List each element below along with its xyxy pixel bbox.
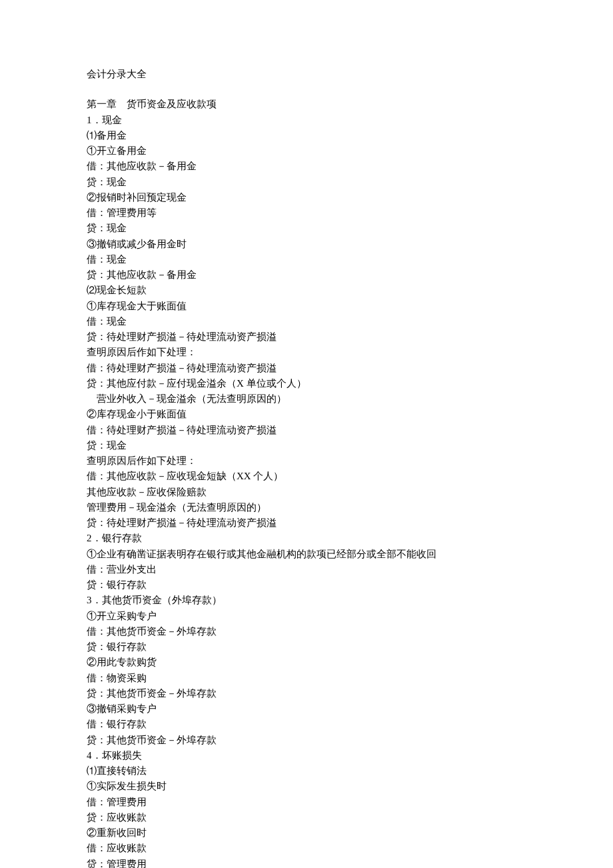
text-line: 贷：待处理财产损溢－待处理流动资产损溢: [87, 329, 526, 345]
text-line: 营业外收入－现金溢余（无法查明原因的）: [87, 391, 526, 407]
text-line: 4．坏账损失: [87, 748, 526, 763]
text-line: 贷：其他货币资金－外埠存款: [87, 733, 526, 748]
text-line: 借：管理费用: [87, 795, 526, 810]
text-line: ⑴备用金: [87, 128, 526, 143]
document-body: 第一章 货币资金及应收款项1．现金⑴备用金①开立备用金借：其他应收款－备用金贷：…: [87, 97, 526, 868]
text-line: ⑵现金长短款: [87, 283, 526, 298]
text-line: 借：待处理财产损溢－待处理流动资产损溢: [87, 423, 526, 438]
text-line: 借：现金: [87, 314, 526, 329]
text-line: 借：现金: [87, 252, 526, 267]
text-line: 借：其他货币资金－外埠存款: [87, 624, 526, 639]
text-line: 查明原因后作如下处理：: [87, 345, 526, 360]
text-line: 贷：应收账款: [87, 810, 526, 825]
text-line: 管理费用－现金溢余（无法查明原因的）: [87, 500, 526, 515]
text-line: ③撤销采购专户: [87, 701, 526, 717]
text-line: 贷：现金: [87, 438, 526, 453]
text-line: 贷：其他应付款－应付现金溢余（X 单位或个人）: [87, 376, 526, 391]
text-line: ①库存现金大于账面值: [87, 299, 526, 314]
text-line: 借：待处理财产损溢－待处理流动资产损溢: [87, 361, 526, 376]
text-line: ①开立采购专户: [87, 609, 526, 624]
text-line: ②重新收回时: [87, 825, 526, 841]
text-line: 借：其他应收款－应收现金短缺（XX 个人）: [87, 469, 526, 484]
text-line: 借：管理费用等: [87, 205, 526, 221]
text-line: ③撤销或减少备用金时: [87, 237, 526, 252]
text-line: 3．其他货币资金（外埠存款）: [87, 593, 526, 608]
text-line: 贷：管理费用: [87, 857, 526, 869]
text-line: 1．现金: [87, 113, 526, 128]
text-line: 借：银行存款: [87, 717, 526, 732]
text-line: 借：营业外支出: [87, 562, 526, 577]
text-line: 借：应收账款: [87, 841, 526, 856]
text-line: ②库存现金小于账面值: [87, 407, 526, 422]
text-line: ①实际发生损失时: [87, 779, 526, 794]
text-line: 贷：现金: [87, 175, 526, 190]
text-line: 贷：银行存款: [87, 577, 526, 593]
text-line: 贷：待处理财产损溢－待处理流动资产损溢: [87, 515, 526, 531]
text-line: 第一章 货币资金及应收款项: [87, 97, 526, 112]
text-line: 查明原因后作如下处理：: [87, 453, 526, 469]
text-line: ②用此专款购货: [87, 655, 526, 670]
text-line: 贷：银行存款: [87, 639, 526, 655]
text-line: 借：其他应收款－备用金: [87, 159, 526, 174]
text-line: ①开立备用金: [87, 143, 526, 159]
text-line: 贷：其他应收款－备用金: [87, 267, 526, 283]
text-line: 贷：现金: [87, 221, 526, 236]
text-line: 借：物资采购: [87, 671, 526, 686]
text-line: 贷：其他货币资金－外埠存款: [87, 686, 526, 701]
text-line: 其他应收款－应收保险赔款: [87, 485, 526, 500]
text-line: ②报销时补回预定现金: [87, 190, 526, 205]
text-line: ①企业有确凿证据表明存在银行或其他金融机构的款项已经部分或全部不能收回: [87, 547, 526, 562]
text-line: 2．银行存款: [87, 531, 526, 546]
document-title: 会计分录大全: [87, 67, 526, 82]
text-line: ⑴直接转销法: [87, 763, 526, 779]
